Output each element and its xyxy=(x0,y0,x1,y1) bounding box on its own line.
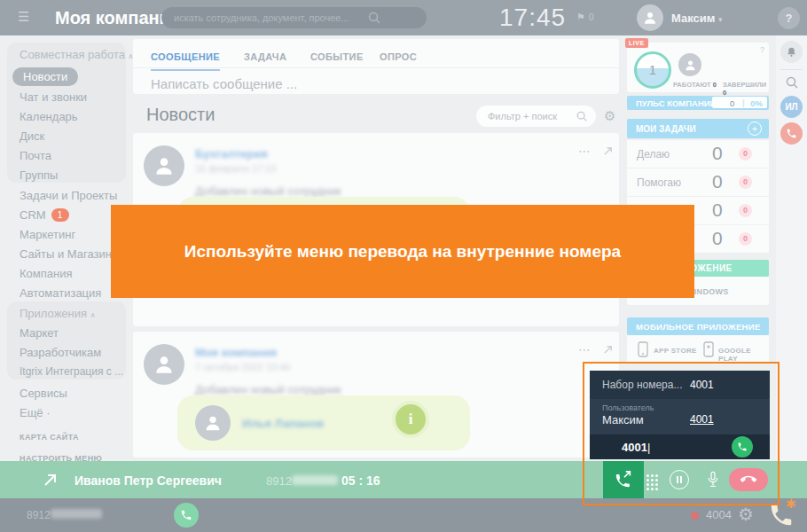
feed-settings-gear-icon[interactable]: ⚙ xyxy=(604,108,615,124)
contact-result-row[interactable]: Пользователь Максим 4001 xyxy=(590,399,770,434)
post-author[interactable]: Моя компания xyxy=(195,346,277,359)
sidebar-item-marketing[interactable]: Маркетинг xyxy=(20,228,75,241)
crm-counter-badge: 1 xyxy=(51,208,69,222)
post-avatar[interactable] xyxy=(144,344,184,385)
tab-poll[interactable]: ОПРОС xyxy=(380,51,417,62)
sidebar-item-services[interactable]: Сервисы xyxy=(20,387,67,400)
new-employee-card: Илья Лапанов i xyxy=(177,395,470,450)
sidebar-item-calendar[interactable]: Календарь xyxy=(20,110,78,123)
sidebar-item-crm[interactable]: CRM1 xyxy=(20,208,69,223)
mobile-app-title: МОБИЛЬНОЕ ПРИЛОЖЕНИЕ xyxy=(636,322,761,332)
contact-name: Максим xyxy=(602,413,644,426)
sidebar-item-market[interactable]: Маркет xyxy=(20,326,59,340)
search-icon[interactable] xyxy=(576,111,587,121)
phone-prefix: 8912 xyxy=(266,474,292,488)
post-more-icon[interactable]: ⋯ xyxy=(578,342,592,356)
feed-filter-box[interactable]: Фильтр + поиск xyxy=(476,106,596,127)
settings-gear-icon[interactable]: ⚙ xyxy=(738,504,754,525)
post-author[interactable]: Бухгалтерия xyxy=(195,147,268,160)
google-play-label[interactable]: GOOGLE PLAY xyxy=(718,347,769,363)
sidebar-item-developers[interactable]: Разработчикам xyxy=(20,346,101,359)
info-icon[interactable]: i xyxy=(392,401,429,438)
sidebar-label: Приложения xyxy=(20,307,87,320)
dial-popup-header: Набор номера... 4001 xyxy=(590,371,770,399)
sidebar-item-sites[interactable]: Сайты и Магазины xyxy=(20,247,120,261)
user-avatar[interactable] xyxy=(637,4,663,31)
search-icon[interactable] xyxy=(368,12,380,24)
help-icon[interactable]: ? xyxy=(760,45,764,54)
task-row-badge: 0 xyxy=(739,147,752,160)
phone-prefix: 8912 xyxy=(27,509,51,521)
right-toolbar: ИЛ xyxy=(776,35,807,498)
answer-call-button[interactable] xyxy=(174,503,199,528)
sidebar-item-chat[interactable]: Чат и звонки xyxy=(20,90,87,104)
person-icon xyxy=(642,10,658,26)
employee-name[interactable]: Илья Лапанов xyxy=(242,417,324,430)
sidebar-item-disk[interactable]: Диск xyxy=(20,129,44,143)
local-phone-number: 8912 xyxy=(27,509,102,521)
app-store-icon[interactable] xyxy=(638,341,648,357)
task-row-count: 0 xyxy=(712,228,723,249)
tab-event[interactable]: СОБЫТИЕ xyxy=(310,51,364,62)
post-expand-icon[interactable] xyxy=(603,146,613,156)
search-icon[interactable] xyxy=(786,76,798,89)
task-row-helping[interactable]: Помогаю 0 0 xyxy=(627,168,769,197)
sidebar-item-applications[interactable]: Приложения ∧ xyxy=(20,307,96,320)
top-header: ☰ Моя компания 24 17:45 ⚑ 0 Максим ▾ ? xyxy=(0,0,807,35)
user-initials-avatar[interactable]: ИЛ xyxy=(780,96,803,118)
working-now-counter[interactable]: 1 xyxy=(634,51,671,89)
tutorial-banner: Используйте меню перевода на внутренние … xyxy=(111,205,694,298)
post-date: 7 октября 2022 10:46 xyxy=(195,362,291,372)
sidebar-item-automation[interactable]: Автоматизация xyxy=(20,286,101,300)
dial-popup-title: Набор номера... xyxy=(602,379,682,391)
post-text: Добавлен новый сотрудник xyxy=(195,383,341,396)
hamburger-menu-icon[interactable]: ☰ xyxy=(18,9,29,25)
company-pulse-bar[interactable]: ПУЛЬС КОМПАНИИ 0 | 0% xyxy=(627,96,769,110)
bell-icon xyxy=(786,46,797,58)
sidebar-item-collaboration[interactable]: Совместная работа ∧ xyxy=(20,48,133,61)
dial-input-row: 4001| xyxy=(590,434,770,459)
clock-time[interactable]: 17:45 xyxy=(499,4,566,32)
working-count: 0 xyxy=(713,81,717,89)
chevron-down-icon: ▾ xyxy=(718,15,723,24)
status-dot xyxy=(691,512,699,520)
sidebar-item-company[interactable]: Компания xyxy=(20,267,73,280)
sidebar-item-itgrix[interactable]: Itgrix Интеграция с ... xyxy=(20,365,123,378)
add-task-icon[interactable]: + xyxy=(748,121,762,136)
sidebar-item-mail[interactable]: Почта xyxy=(20,149,51,162)
help-button[interactable]: ? xyxy=(778,7,800,29)
tab-task[interactable]: ЗАДАЧА xyxy=(244,51,286,62)
google-play-icon[interactable] xyxy=(703,341,714,357)
task-row-label: Делаю xyxy=(637,148,670,160)
extension-number: 4004 xyxy=(706,508,732,521)
sidebar-item-news[interactable]: Новости xyxy=(12,67,78,86)
caller-phone-number: 8912 xyxy=(266,474,338,488)
filter-placeholder: Фильтр + поиск xyxy=(488,111,557,121)
post-more-icon[interactable]: ⋯ xyxy=(578,144,592,158)
contact-extension-link[interactable]: 4001 xyxy=(690,413,714,426)
composer-placeholder[interactable]: Написать сообщение ... xyxy=(151,76,297,91)
sidebar-item-tasks[interactable]: Задачи и Проекты xyxy=(20,189,117,202)
pulse-title: ПУЛЬС КОМПАНИИ xyxy=(636,98,716,108)
global-search-input[interactable] xyxy=(161,7,427,28)
sidebar-label: Совместная работа xyxy=(20,48,125,61)
app-store-label[interactable]: APP STORE xyxy=(654,347,697,355)
sidebar-sitemap-link[interactable]: КАРТА САЙТА xyxy=(20,433,79,442)
task-row-badge: 0 xyxy=(739,232,752,246)
post-expand-icon[interactable] xyxy=(603,345,613,355)
phone-digits-blurred xyxy=(292,475,338,485)
sidebar-item-more[interactable]: Ещё · xyxy=(20,406,51,419)
flag-icon[interactable]: ⚑ xyxy=(576,12,585,23)
my-tasks-bar[interactable]: МОИ ЗАДАЧИ + xyxy=(627,119,769,138)
sidebar-item-groups[interactable]: Группы xyxy=(20,168,58,182)
post-avatar[interactable] xyxy=(144,145,184,186)
start-call-button[interactable] xyxy=(732,436,753,458)
user-menu[interactable]: Максим ▾ xyxy=(671,12,723,25)
dial-input[interactable]: 4001| xyxy=(622,441,650,454)
notifications-bell-button[interactable] xyxy=(780,41,803,63)
caller-name: Иванов Петр Сергеевич xyxy=(74,473,222,488)
task-row-doing[interactable]: Делаю 0 0 xyxy=(627,140,769,168)
pulse-percent: 0% xyxy=(750,98,763,108)
user-name: Максим xyxy=(671,12,715,25)
telephony-button[interactable] xyxy=(780,122,803,145)
